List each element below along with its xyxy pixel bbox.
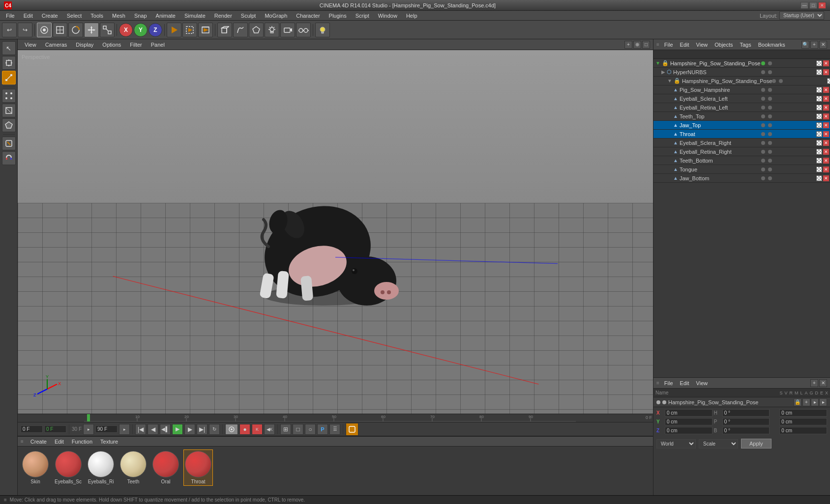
attr-op3[interactable]: ▸ [819,398,827,406]
scale-mode-dropdown[interactable]: Scale Size [699,439,738,448]
x-axis-button[interactable]: X [119,23,133,37]
rotate-tool-button[interactable] [68,23,83,37]
prev-frame-button[interactable]: ◀ [148,424,158,435]
p-rot-input[interactable] [722,418,770,425]
material-eyeballs-sc[interactable]: Eyeballs_Sc [53,449,83,486]
attr-edit-menu[interactable]: Edit [677,379,692,387]
viewport-menu-options[interactable]: Options [98,41,125,49]
minimize-button[interactable]: — [800,2,808,9]
end-frame-input[interactable] [95,425,118,433]
menu-sculpt[interactable]: Sculpt [237,12,260,20]
sx-input[interactable] [779,409,827,417]
material-teeth[interactable]: Teeth [119,449,148,486]
play-reverse-button[interactable]: ◀▌ [160,424,171,435]
obj-item-eyeball-retina-right[interactable]: ▲ Eyeball_Retina_Right ✕ [653,147,830,156]
y-axis-button[interactable]: Y [134,23,148,37]
menu-animate[interactable]: Animate [152,12,179,20]
tl-set-end[interactable]: ▸ [119,424,130,435]
obj-item-hypernurbs[interactable]: ▶ ⬡ HyperNURBS ✕ [653,68,830,77]
record-button[interactable]: ● [239,424,250,435]
obj-mgr-search[interactable]: 🔍 [801,41,809,49]
attr-op1[interactable]: + [802,398,810,406]
camera-button[interactable] [280,23,295,37]
redo-button[interactable]: ↪ [18,23,32,37]
material-eyeballs-ri[interactable]: Eyeballs_Ri [86,449,116,486]
attr-close[interactable]: ✕ [819,379,827,387]
obj-item-throat[interactable]: ▲ Throat ✕ [653,130,830,139]
obj-item-teeth-bottom[interactable]: ▲ Teeth_Bottom ✕ [653,156,830,165]
sz-input[interactable] [779,427,827,434]
loop-button[interactable]: ↻ [209,424,220,435]
menu-edit[interactable]: Edit [20,12,37,20]
obj-file-menu[interactable]: File [661,41,676,49]
menu-file[interactable]: File [2,12,19,20]
obj-item-pig-pose[interactable]: ▼ 🔒 Hampshire_Pig_Sow_Standing_Pose ✕ [653,77,830,85]
obj-edit-menu[interactable]: Edit [677,41,692,49]
menu-create[interactable]: Create [38,12,62,20]
obj-item-eyeball-retina-left[interactable]: ▲ Eyeball_Retina_Left ✕ [653,103,830,112]
goto-start-button[interactable]: |◀ [135,424,146,435]
undo-button[interactable]: ↩ [2,23,17,37]
render-pic-button[interactable] [198,23,213,37]
anim-mode-button[interactable] [225,424,238,435]
edges-tool[interactable] [2,104,16,117]
nurbs-button[interactable] [233,23,248,37]
render-button[interactable] [167,23,181,37]
material-skin[interactable]: Skin [21,449,50,486]
menu-help[interactable]: Help [402,12,421,20]
paint-tool[interactable] [2,137,16,150]
maximize-button[interactable]: □ [809,2,817,9]
viewport-menu-filter[interactable]: Filter [126,41,146,49]
obj-mgr-close[interactable]: ✕ [819,41,827,49]
play-button[interactable]: ▶ [172,424,183,435]
obj-item-eyeball-sclera-right[interactable]: ▲ Eyeball_Sclera_Right ✕ [653,139,830,147]
x-pos-input[interactable] [665,409,712,417]
menu-tools[interactable]: Tools [87,12,107,20]
tl-dots-button[interactable]: ⠿ [329,424,340,435]
current-frame-input[interactable] [21,425,43,433]
lights-button[interactable] [265,23,279,37]
h-rot-input[interactable] [722,409,770,417]
texture-mode-button[interactable] [53,23,67,37]
light-bulb-button[interactable] [315,23,330,37]
layout-dropdown[interactable]: Startup (User) [779,11,824,20]
menu-plugins[interactable]: Plugins [325,12,351,20]
obj-item-teeth-top[interactable]: ▲ Teeth_Top ✕ [653,112,830,121]
pointer-tool[interactable]: ↖ [2,41,16,55]
scale-tool-left[interactable] [2,71,16,84]
obj-item-jaw-bottom[interactable]: ▲ Jaw_Bottom ✕ [653,174,830,183]
polygon-button[interactable] [249,23,264,37]
sy-input[interactable] [779,418,827,425]
menu-mesh[interactable]: Mesh [108,12,129,20]
z-pos-input[interactable] [665,427,712,434]
menu-snap[interactable]: Snap [130,12,151,20]
close-button[interactable]: ✕ [818,2,826,9]
viewport-menu-view[interactable]: View [21,41,40,49]
tl-plus-button[interactable]: ⊞ [280,424,291,435]
points-tool[interactable] [2,89,16,103]
menu-mograph[interactable]: MoGraph [261,12,291,20]
material-throat[interactable]: Throat [183,449,213,486]
vp-expand-button[interactable]: + [624,41,632,49]
render-region-button[interactable] [182,23,197,37]
mat-edit-button[interactable]: Edit [52,438,67,445]
glasses-button[interactable] [296,23,311,37]
mat-function-button[interactable]: Function [69,438,95,445]
mat-texture-button[interactable]: Texture [97,438,121,445]
attr-lock[interactable]: 🔒 [794,398,801,406]
cube-button[interactable] [217,23,232,37]
mat-create-button[interactable]: Create [28,438,50,445]
viewport-menu-panel[interactable]: Panel [147,41,169,49]
y-pos-input[interactable] [665,418,712,425]
attr-op2[interactable]: ▸ [811,398,819,406]
material-oral[interactable]: Oral [151,449,180,486]
tl-set-fps[interactable]: ▸ [83,424,94,435]
menu-window[interactable]: Window [374,12,401,20]
obj-objects-menu[interactable]: Objects [711,41,736,49]
model-mode-button[interactable] [37,23,52,37]
attr-file-menu[interactable]: File [661,379,676,387]
polygon-tool-left[interactable] [2,118,16,132]
vp-snap-button[interactable]: ⊕ [633,41,641,49]
obj-bookmarks-menu[interactable]: Bookmarks [755,41,788,49]
scale-tool-button[interactable] [100,23,115,37]
